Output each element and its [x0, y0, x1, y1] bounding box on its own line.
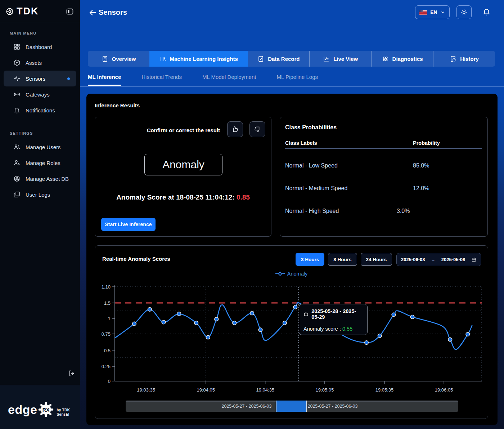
data-point-marker[interactable]: [162, 320, 166, 324]
sensor-pulse-icon: [13, 75, 21, 82]
tab-history[interactable]: History: [433, 51, 495, 67]
inference-result-box: Anomaly: [144, 154, 222, 175]
sidebar-item-dashboard[interactable]: Dashboard: [4, 39, 76, 55]
data-record-doc-check-icon: [257, 55, 264, 62]
range-button-3-hours[interactable]: 3 Hours: [296, 253, 324, 266]
active-indicator-dot: [67, 77, 70, 80]
inference-section-title: Inference Results: [95, 102, 140, 108]
back-arrow-icon[interactable]: [89, 8, 97, 17]
theme-toggle-button[interactable]: [456, 5, 472, 19]
tab-live-view[interactable]: Live View: [309, 51, 371, 67]
data-point-marker[interactable]: [250, 311, 254, 315]
edgerx-logo: edge RX by TDK SensEI: [8, 400, 80, 419]
sidebar-item-user-logs[interactable]: User Logs: [4, 187, 76, 202]
chart-brush-scrollbar[interactable]: 2025-05-27 - 2025-06-03 2025-05-27 - 202…: [126, 401, 458, 412]
class-label-cell: Normal - Low Speed: [285, 162, 413, 169]
thumbs-down-button[interactable]: [249, 121, 265, 137]
subtab-historical-trends[interactable]: Historical Trends: [141, 74, 182, 86]
data-point-marker[interactable]: [365, 341, 369, 345]
x-tick-label: 19:04:35: [256, 387, 274, 393]
live-view-chart-icon: [323, 55, 330, 62]
anomaly-line-chart: 1.101.510.750.50.25019:03:3519:04:0519:0…: [95, 283, 486, 396]
tab-label: Overview: [112, 56, 136, 62]
y-tick-label: 0: [108, 379, 111, 384]
data-point-marker[interactable]: [233, 321, 237, 325]
data-point-marker[interactable]: [258, 328, 262, 332]
sidebar-item-label: Manage Roles: [26, 160, 60, 166]
date-to: 2025-05-08: [441, 257, 465, 262]
range-button-8-hours[interactable]: 8 Hours: [328, 253, 357, 266]
notifications-bell-icon[interactable]: [482, 8, 491, 16]
sidebar-item-gateways[interactable]: Gateways: [4, 86, 76, 102]
settings-menu: Manage UsersManage RolesManage Asset DBU…: [0, 139, 80, 202]
subtab-ml-inference[interactable]: ML Inference: [88, 74, 121, 86]
range-button-24-hours[interactable]: 24 Hours: [361, 253, 392, 266]
data-point-marker[interactable]: [206, 335, 210, 339]
users-icon: [13, 143, 21, 151]
language-selector[interactable]: EN: [415, 5, 450, 19]
assets-cube-icon: [13, 59, 21, 66]
table-row: Normal - Medium Speed12.0%: [285, 177, 482, 200]
tab-label: Diagnostics: [392, 56, 423, 62]
class-probabilities-panel: Class Probabilities Class Labels Probabi…: [280, 117, 488, 237]
brush-left-range-label: 2025-05-27 - 2025-06-03: [222, 401, 272, 412]
language-code: EN: [430, 9, 437, 15]
data-point-marker[interactable]: [466, 332, 470, 336]
data-point-marker[interactable]: [194, 321, 198, 325]
y-tick-label: 0.5: [104, 348, 111, 353]
page-title: Sensors: [99, 8, 127, 17]
tooltip-score-value: 0.55: [342, 326, 352, 332]
tdk-gear-icon: [5, 7, 14, 16]
sidebar: TDK MAIN MENU DashboardAssetsSensorsGate…: [0, 0, 80, 429]
y-tick-label: 1.10: [102, 284, 111, 290]
sidebar-item-manage-asset-db[interactable]: Manage Asset DB: [4, 171, 76, 187]
data-point-marker[interactable]: [148, 308, 152, 312]
x-tick-label: 19:03:35: [137, 387, 155, 393]
x-tick-label: 19:04:05: [197, 387, 215, 393]
subtab-ml-pipeline-logs[interactable]: ML Pipeline Logs: [276, 74, 318, 86]
data-point-marker[interactable]: [215, 317, 219, 321]
sidebar-item-sensors[interactable]: Sensors: [4, 71, 76, 86]
data-point-marker[interactable]: [378, 334, 382, 338]
data-point-marker[interactable]: [410, 315, 414, 319]
thumbs-up-button[interactable]: [227, 121, 243, 137]
probability-cell: 3.0%: [397, 208, 410, 214]
data-point-marker[interactable]: [283, 321, 287, 325]
subtab-ml-model-deployment[interactable]: ML Model Deployment: [202, 74, 256, 86]
class-label-cell: Normal - High Speed: [285, 208, 413, 214]
sidebar-item-assets[interactable]: Assets: [4, 55, 76, 71]
sidebar-item-label: User Logs: [26, 192, 50, 198]
data-point-marker[interactable]: [392, 313, 396, 317]
logs-copy-icon: [13, 191, 21, 198]
tab-label: History: [460, 56, 479, 62]
data-point-marker[interactable]: [448, 338, 452, 341]
tab-diagnostics[interactable]: Diagnostics: [371, 51, 433, 67]
sidebar-item-label: Assets: [26, 60, 42, 66]
logout-icon[interactable]: [68, 370, 76, 377]
start-live-inference-button[interactable]: Start Live Inference: [101, 218, 156, 231]
table-divider: [285, 148, 482, 149]
probability-cell: 12.0%: [413, 185, 429, 192]
bell-icon: [13, 107, 21, 114]
tab-overview[interactable]: Overview: [88, 51, 149, 67]
date-from: 2025-06-08: [401, 257, 425, 262]
tab-data-record[interactable]: Data Record: [248, 51, 309, 67]
sidebar-item-manage-users[interactable]: Manage Users: [4, 139, 76, 155]
data-point-marker[interactable]: [293, 305, 297, 309]
date-range-picker[interactable]: 2025-06-08 → 2025-05-08: [396, 253, 481, 266]
data-point-marker[interactable]: [177, 312, 181, 316]
y-tick-label: 1: [108, 316, 111, 321]
sidebar-item-notifications[interactable]: Notifications: [4, 102, 76, 118]
sidebar-item-label: Dashboard: [26, 44, 52, 50]
sidebar-footer: edge RX by TDK SensEI: [0, 385, 80, 429]
chart-legend[interactable]: Anomaly: [95, 271, 488, 277]
sidebar-item-manage-roles[interactable]: Manage Roles: [4, 155, 76, 171]
calendar-icon: [471, 257, 477, 262]
data-point-marker[interactable]: [132, 322, 136, 326]
brush-thumb-handle[interactable]: [276, 401, 307, 412]
tab-machine-learning-insights[interactable]: Machine Learning Insights: [149, 51, 248, 67]
sidebar-collapse-icon[interactable]: [66, 7, 74, 16]
history-doc-clock-icon: [450, 55, 456, 62]
class-probabilities-rows: Normal - Low Speed85.0%Normal - Medium S…: [285, 154, 482, 222]
time-range-buttons: 3 Hours8 Hours24 Hours: [296, 253, 392, 266]
